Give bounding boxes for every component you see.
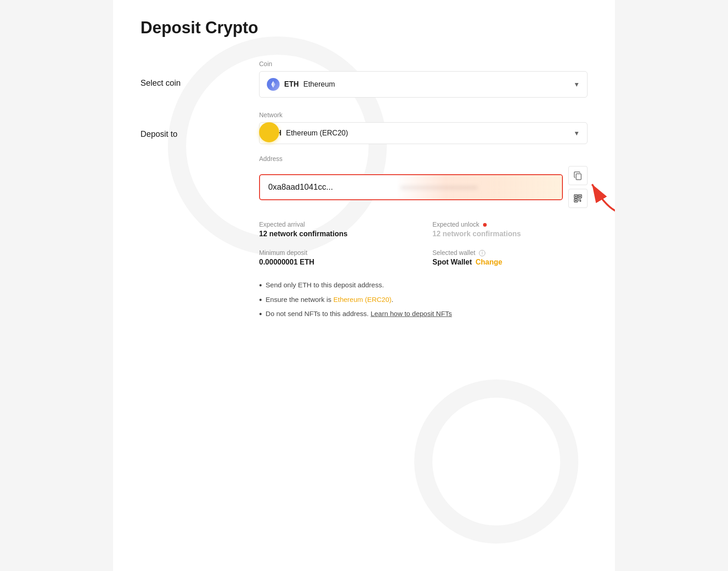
page-title: Deposit Crypto <box>140 18 588 37</box>
yellow-dot-decoration <box>259 122 279 142</box>
info-notes: Send only ETH to this deposit address. E… <box>259 281 588 320</box>
svg-rect-8 <box>575 196 577 197</box>
svg-rect-6 <box>576 174 581 180</box>
info-icon: i <box>479 250 485 256</box>
network-highlight: Ethereum (ERC20) <box>333 296 392 303</box>
info-grid: Expected arrival 12 network confirmation… <box>259 221 588 266</box>
expected-arrival-item: Expected arrival 12 network confirmation… <box>259 221 414 238</box>
min-deposit-label: Minimum deposit <box>259 249 414 256</box>
address-blur: xxxxxxxxxxxxxxxxxxxxxxxxxx <box>396 175 562 199</box>
selected-wallet-label: Selected wallet i <box>432 249 588 256</box>
address-section: Address 0xa8aad1041cc... xxxxxxxxxxxxxxx… <box>259 155 588 208</box>
svg-rect-13 <box>578 199 579 200</box>
red-dot-indicator <box>483 223 487 227</box>
coin-field: Coin ETH Ethereum ▼ <box>259 60 588 98</box>
address-box[interactable]: 0xa8aad1041cc... xxxxxxxxxxxxxxxxxxxxxxx… <box>259 174 563 200</box>
expected-unlock-item: Expected unlock 12 network confirmations <box>432 221 588 238</box>
icons-area <box>568 166 588 208</box>
eth-icon <box>267 78 280 91</box>
note-1: Send only ETH to this deposit address. <box>259 281 588 291</box>
coin-chevron: ▼ <box>573 81 580 88</box>
min-deposit-item: Minimum deposit 0.00000001 ETH <box>259 249 414 266</box>
svg-rect-16 <box>580 200 581 202</box>
coin-name: Ethereum <box>303 80 335 88</box>
watermark-circle-2 <box>414 379 578 544</box>
svg-rect-14 <box>580 199 581 200</box>
note-2: Ensure the network is Ethereum (ERC20). <box>259 296 588 306</box>
deposit-to-label: Deposit to <box>140 111 259 139</box>
coin-select[interactable]: ETH Ethereum ▼ <box>259 71 588 98</box>
network-field: Network ETH Ethereum (ERC20) ▼ <box>259 111 588 144</box>
spot-wallet-value: Spot Wallet <box>432 258 472 266</box>
coin-ticker: ETH <box>284 80 299 88</box>
min-deposit-value: 0.00000001 ETH <box>259 258 414 266</box>
svg-rect-12 <box>575 200 577 201</box>
network-field-label: Network <box>259 111 588 119</box>
address-wrapper: 0xa8aad1041cc... xxxxxxxxxxxxxxxxxxxxxxx… <box>259 166 588 208</box>
coin-field-label: Coin <box>259 60 588 67</box>
expected-arrival-label: Expected arrival <box>259 221 414 228</box>
network-name: Ethereum (ERC20) <box>286 129 348 137</box>
note-3: Do not send NFTs to this address. Learn … <box>259 310 588 320</box>
network-select[interactable]: ETH Ethereum (ERC20) ▼ <box>259 122 588 144</box>
selected-wallet-item: Selected wallet i Spot Wallet Change <box>432 249 588 266</box>
change-wallet-link[interactable]: Change <box>476 258 503 266</box>
deposit-fields: Network ETH Ethereum (ERC20) ▼ Address 0… <box>259 111 588 324</box>
network-chevron: ▼ <box>573 130 580 137</box>
expected-arrival-value: 12 network confirmations <box>259 230 414 238</box>
svg-rect-10 <box>579 196 581 197</box>
select-coin-label: Select coin <box>140 60 259 88</box>
nft-learn-link[interactable]: Learn how to deposit NFTs <box>370 310 452 317</box>
expected-unlock-label: Expected unlock <box>432 221 588 228</box>
select-coin-section: Select coin Coin ETH Ethereum ▼ <box>140 60 588 98</box>
deposit-to-section: Deposit to Network ETH Ethereum (ERC20) … <box>140 111 588 324</box>
qr-button[interactable] <box>568 189 588 208</box>
address-label: Address <box>259 155 588 162</box>
expected-unlock-value: 12 network confirmations <box>432 230 588 238</box>
wallet-row: Spot Wallet Change <box>432 258 588 266</box>
svg-rect-15 <box>578 200 579 201</box>
address-value: 0xa8aad1041cc... <box>268 182 333 192</box>
copy-button[interactable] <box>568 166 588 185</box>
